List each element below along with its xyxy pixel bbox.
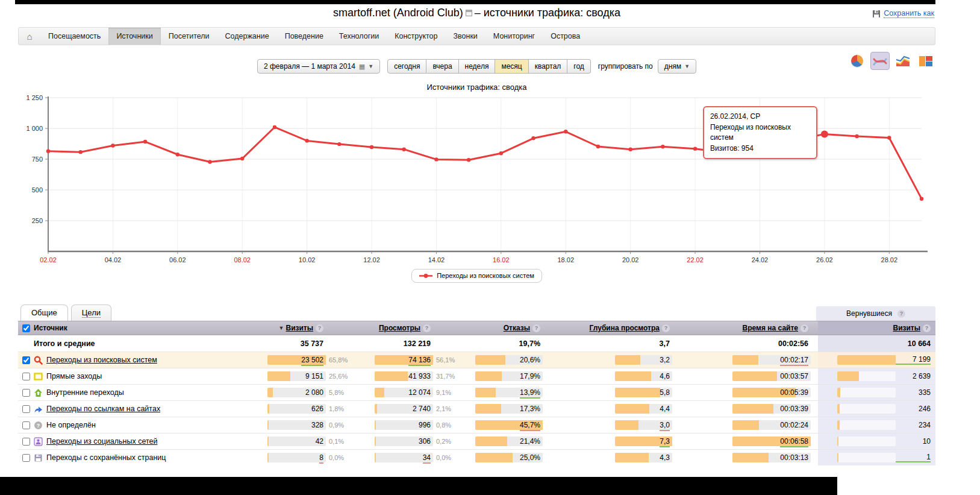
row-checkbox[interactable] bbox=[22, 389, 30, 397]
date-range-label: 2 февраля — 1 марта 2014 bbox=[264, 62, 355, 71]
data-point[interactable] bbox=[208, 160, 211, 163]
data-point[interactable] bbox=[305, 139, 308, 142]
period-button-сегодня[interactable]: сегодня bbox=[387, 59, 426, 74]
data-point[interactable] bbox=[273, 125, 276, 129]
nav-item-8[interactable]: Звонки bbox=[445, 28, 485, 45]
data-point[interactable] bbox=[661, 145, 664, 148]
header-bounce-label[interactable]: Отказы bbox=[504, 324, 530, 332]
nav-item-4[interactable]: Содержание bbox=[217, 28, 277, 45]
row-checkbox[interactable] bbox=[22, 421, 30, 429]
data-point[interactable] bbox=[143, 140, 147, 143]
data-point[interactable] bbox=[467, 158, 470, 162]
views-bar-fill bbox=[375, 453, 376, 462]
bounce-value: 17,3% bbox=[520, 404, 540, 414]
nav-item-2[interactable]: Источники bbox=[108, 28, 160, 45]
data-point[interactable] bbox=[111, 143, 114, 147]
home-icon[interactable]: ⌂ bbox=[19, 28, 40, 45]
views-value: 34 bbox=[423, 453, 431, 464]
x-axis-label: 24.02 bbox=[752, 256, 769, 263]
source-name[interactable]: Переходы из поисковых систем bbox=[46, 356, 157, 364]
help-icon[interactable]: ? bbox=[801, 324, 808, 332]
time-value: 00:06:58 bbox=[780, 437, 808, 447]
bounce-value: 17,9% bbox=[520, 371, 540, 381]
period-button-вчера[interactable]: вчера bbox=[426, 59, 458, 74]
select-all-checkbox[interactable] bbox=[22, 324, 30, 332]
data-point[interactable] bbox=[855, 134, 858, 138]
help-icon[interactable]: ? bbox=[662, 324, 670, 332]
header-visits-label[interactable]: Визиты bbox=[286, 324, 313, 332]
data-point[interactable] bbox=[337, 142, 341, 146]
site-name: smartoff.net (Android Club) bbox=[333, 7, 463, 19]
highlighted-data-point[interactable] bbox=[821, 130, 828, 137]
header-depth-label[interactable]: Глубина просмотра bbox=[590, 324, 660, 332]
legend-item[interactable]: Переходы из поисковых систем bbox=[411, 269, 542, 283]
help-icon[interactable]: ? bbox=[316, 324, 323, 332]
data-point[interactable] bbox=[628, 147, 632, 151]
header-bounce: Отказы ? bbox=[460, 324, 550, 332]
row-checkbox[interactable] bbox=[22, 454, 30, 462]
area-chart-icon[interactable] bbox=[893, 52, 913, 70]
table-header-row: Источник ▼ Визиты ? Просмотры ? Отказы ?… bbox=[18, 321, 935, 335]
data-point[interactable] bbox=[240, 157, 244, 160]
data-point[interactable] bbox=[920, 197, 923, 200]
nav-item-10[interactable]: Острова bbox=[543, 28, 588, 45]
returning-value: 1 bbox=[896, 453, 931, 462]
x-axis-label: 10.02 bbox=[299, 256, 316, 263]
nav-item-3[interactable]: Посетители bbox=[161, 28, 217, 45]
tab-Цели[interactable]: Цели bbox=[71, 304, 111, 321]
bounce-value: 13,9% bbox=[520, 388, 540, 399]
source-name[interactable]: Переходы по ссылкам на сайтах bbox=[46, 405, 160, 413]
row-checkbox[interactable] bbox=[22, 405, 30, 413]
help-icon[interactable]: ? bbox=[923, 324, 931, 332]
nav-item-9[interactable]: Мониторинг bbox=[485, 28, 543, 45]
nav-item-7[interactable]: Конструктор bbox=[387, 28, 445, 45]
row-checkbox[interactable] bbox=[22, 356, 30, 364]
date-range-button[interactable]: 2 февраля — 1 марта 2014 ▦ ▼ bbox=[257, 59, 380, 74]
line-chart-icon[interactable] bbox=[870, 52, 890, 70]
period-button-месяц[interactable]: месяц bbox=[495, 59, 528, 74]
time-cell: 00:02:17 bbox=[679, 355, 818, 365]
save-as-link[interactable]: Сохранить как bbox=[872, 9, 934, 18]
pie-chart-icon[interactable] bbox=[847, 52, 867, 70]
row-checkbox[interactable] bbox=[22, 438, 30, 446]
nav-item-6[interactable]: Технологии bbox=[331, 28, 387, 45]
views-cell: 41 93331,7% bbox=[352, 371, 460, 381]
visits-bar-fill bbox=[267, 371, 290, 381]
data-point[interactable] bbox=[79, 150, 83, 154]
data-point[interactable] bbox=[370, 145, 373, 149]
header-time-label[interactable]: Время на сайте bbox=[743, 324, 798, 332]
header-returning-visits-label[interactable]: Визиты bbox=[893, 324, 920, 332]
time-bar-fill bbox=[732, 355, 758, 365]
visits-bar: 626 bbox=[267, 404, 326, 414]
data-point[interactable] bbox=[402, 147, 406, 151]
group-by-select[interactable]: дням ▼ bbox=[658, 59, 696, 74]
row-checkbox[interactable] bbox=[22, 373, 30, 380]
data-point[interactable] bbox=[596, 145, 600, 148]
header-views-label[interactable]: Просмотры bbox=[379, 324, 420, 332]
nav-item-1[interactable]: Посещаемость bbox=[40, 28, 108, 45]
views-bar-fill bbox=[375, 437, 376, 446]
nav-item-5[interactable]: Поведение bbox=[277, 28, 331, 45]
chart-area: 2505007501 0001 25002.0204.0206.0208.021… bbox=[18, 93, 935, 269]
returning-bar-fill bbox=[837, 355, 896, 365]
column-chart-icon[interactable] bbox=[916, 52, 935, 70]
period-button-квартал[interactable]: квартал bbox=[529, 59, 568, 74]
time-value: 00:03:57 bbox=[780, 371, 808, 381]
help-icon[interactable]: ? bbox=[423, 324, 431, 332]
data-point[interactable] bbox=[499, 151, 503, 155]
help-icon[interactable]: ? bbox=[897, 310, 905, 318]
period-button-год[interactable]: год bbox=[567, 59, 591, 74]
tab-Общие[interactable]: Общие bbox=[20, 304, 68, 321]
data-point[interactable] bbox=[434, 157, 438, 161]
bounce-value: 20,6% bbox=[520, 355, 540, 365]
data-point[interactable] bbox=[693, 147, 697, 150]
data-point[interactable] bbox=[46, 150, 50, 153]
data-point[interactable] bbox=[564, 130, 567, 133]
data-point[interactable] bbox=[887, 136, 891, 139]
help-icon[interactable]: ? bbox=[532, 324, 540, 332]
data-point[interactable] bbox=[176, 153, 179, 156]
source-name[interactable]: Переходы из социальных сетей bbox=[46, 437, 157, 446]
period-button-неделя[interactable]: неделя bbox=[459, 59, 496, 74]
data-point[interactable] bbox=[531, 136, 535, 140]
table-row: Переходы из социальных сетей420,1%3060,2… bbox=[18, 433, 935, 449]
